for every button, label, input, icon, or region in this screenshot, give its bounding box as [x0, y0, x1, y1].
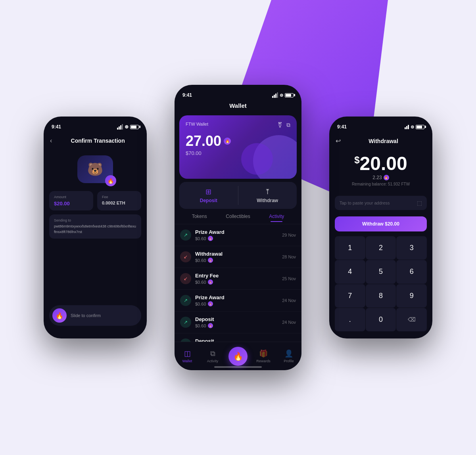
- wd-ftw-row: 2.23 🔥: [336, 175, 426, 180]
- activity-title-6: Deposit: [195, 338, 292, 342]
- activity-nav-label: Activity: [207, 359, 219, 363]
- main-scene: 9:41 ⊛ ‹ Confirm Transaction 🐻 🔥: [20, 33, 456, 422]
- activity-item-6[interactable]: ↗ Deposit $0.60 🔥: [175, 333, 301, 342]
- key-9[interactable]: 9: [396, 284, 427, 308]
- withdraw-submit-button[interactable]: Withdraw $20.00: [335, 216, 427, 231]
- profile-nav-label: Profile: [284, 359, 294, 363]
- wd-address-placeholder: Tap to paste your address: [340, 201, 390, 205]
- withdraw-icon: ⤒: [265, 187, 271, 196]
- sending-address: pwt86m9mtxywxxfs8etmfxest438 c9tn69txf6l…: [54, 224, 136, 235]
- activity-date-2: 28 Nov: [282, 254, 296, 259]
- wallet-card: FTW Wallet ⚧ ⧉ 27.00 🔥 $70.00: [179, 115, 297, 179]
- status-time-right: 9:41: [337, 124, 347, 130]
- key-5[interactable]: 5: [366, 260, 396, 283]
- wallet-amount-value: 27.00: [186, 133, 221, 149]
- activity-list: ↗ Prize Award $0.60 🔥 29 Nov ↙ Withdrawa…: [175, 224, 301, 342]
- phone-notch-center: [214, 85, 262, 96]
- tab-collectibles[interactable]: Collectibles: [219, 211, 256, 222]
- rewards-nav-label: Rewards: [256, 359, 271, 363]
- wallet-nav-icon: ◫: [184, 349, 191, 358]
- activity-amount-2: $0.60 🔥: [195, 258, 278, 263]
- fee-value: 0.0002 ETH: [102, 201, 136, 205]
- wd-remaining: Remaining balance: 51.932 FTW: [336, 182, 426, 186]
- activity-amount-1: $0.60 🔥: [195, 236, 278, 241]
- activity-info-2: Withdrawal $0.60 🔥: [195, 251, 278, 263]
- key-2[interactable]: 2: [366, 236, 396, 260]
- confirm-illustration: 🐻 🔥: [44, 147, 147, 191]
- activity-info-5: Deposit $0.60 🔥: [195, 316, 278, 328]
- key-7[interactable]: 7: [335, 284, 365, 308]
- tab-bar: Tokens Collectibles Activity: [175, 209, 301, 224]
- nav-fab-center[interactable]: 🔥: [225, 347, 251, 366]
- phone-notch-right: [355, 117, 407, 128]
- activity-amount-4: $0.60 🔥: [195, 301, 278, 306]
- activity-date-3: 25 Nov: [282, 276, 296, 281]
- key-0[interactable]: 0: [366, 308, 396, 331]
- arrow-up-icon-6: ↗: [180, 338, 191, 342]
- nav-activity[interactable]: ⧉ Activity: [200, 350, 225, 363]
- confirm-badge: 🔥: [105, 175, 116, 186]
- phone-withdrawal: 9:41 ⊜ ↩ Withdrawal $20.00 2.23 🔥: [329, 117, 432, 338]
- wd-ftw-icon: 🔥: [384, 175, 389, 180]
- activity-item-5[interactable]: ↗ Deposit $0.60 🔥 24 Nov: [175, 312, 301, 333]
- activity-date-5: 24 Nov: [282, 320, 296, 325]
- ftw-icon-4: 🔥: [208, 301, 213, 306]
- wifi-icon-center: ⊜: [280, 93, 283, 98]
- sending-box: Sending to pwt86m9mtxywxxfs8etmfxest438 …: [49, 214, 141, 239]
- gender-icon[interactable]: ⚧: [278, 122, 282, 128]
- activity-item-1[interactable]: ↗ Prize Award $0.60 🔥 29 Nov: [175, 224, 301, 246]
- key-1[interactable]: 1: [335, 236, 365, 260]
- arrow-down-icon-2: ↙: [180, 251, 191, 262]
- phone-wallet: 9:41 ⊜ Wallet FTW Wallet ⚧ ⧉ 27.00: [175, 85, 301, 370]
- key-delete[interactable]: ⌫: [396, 308, 427, 331]
- battery-right: [416, 125, 424, 129]
- activity-item-3[interactable]: ↙ Entry Fee $0.60 🔥 25 Nov: [175, 268, 301, 290]
- deposit-label: Deposit: [200, 198, 217, 203]
- activity-nav-icon: ⧉: [210, 350, 215, 358]
- nav-profile[interactable]: 👤 Profile: [276, 349, 301, 363]
- arrow-up-icon-1: ↗: [180, 229, 191, 241]
- ftw-icon-3: 🔥: [208, 279, 213, 285]
- confirm-amount-cell: Amount $20.00: [49, 191, 93, 210]
- key-4[interactable]: 4: [335, 260, 365, 283]
- phone-notch-left: [69, 117, 121, 128]
- ftw-icon-1: 🔥: [208, 236, 213, 241]
- wifi-icon-left: ⊛: [125, 124, 129, 130]
- activity-title-2: Withdrawal: [195, 251, 278, 257]
- tab-tokens[interactable]: Tokens: [181, 211, 218, 222]
- key-6[interactable]: 6: [396, 260, 427, 283]
- bottom-nav: ◫ Wallet ⧉ Activity 🔥 🎁 Rewards 👤 Profil…: [175, 342, 301, 370]
- wallet-card-label: FTW Wallet: [186, 122, 290, 126]
- back-button[interactable]: ‹: [50, 137, 52, 144]
- arrow-up-icon-4: ↗: [180, 295, 191, 306]
- fab-button[interactable]: 🔥: [228, 347, 248, 366]
- confirm-amounts-row: Amount $20.00 Fee 0.0002 ETH: [49, 191, 141, 210]
- withdrawal-back-button[interactable]: ↩: [336, 137, 341, 145]
- confirm-title: Confirm Transaction: [55, 138, 140, 144]
- nav-rewards[interactable]: 🎁 Rewards: [251, 349, 276, 363]
- wallet-screen-title: Wallet: [175, 102, 301, 112]
- key-3[interactable]: 3: [396, 236, 427, 260]
- arrow-down-icon-3: ↙: [180, 273, 191, 284]
- nav-wallet[interactable]: ◫ Wallet: [175, 349, 200, 363]
- wallet-card-icons: ⚧ ⧉: [278, 122, 290, 128]
- phone-confirm-transaction: 9:41 ⊛ ‹ Confirm Transaction 🐻 🔥: [44, 117, 147, 338]
- withdrawal-amount-display: $20.00: [336, 154, 426, 173]
- wd-address-input[interactable]: Tap to paste your address ⬚: [335, 196, 427, 210]
- tab-activity[interactable]: Activity: [258, 211, 295, 222]
- withdrawal-title: Withdrawal: [341, 138, 426, 144]
- amount-label: Amount: [54, 195, 88, 199]
- deposit-button[interactable]: ⊞ Deposit: [179, 182, 238, 209]
- withdraw-button[interactable]: ⤒ Withdraw: [238, 182, 297, 209]
- activity-info-4: Prize Award $0.60 🔥: [195, 294, 278, 306]
- key-dot[interactable]: .: [335, 308, 365, 331]
- activity-item-2[interactable]: ↙ Withdrawal $0.60 🔥 28 Nov: [175, 246, 301, 268]
- activity-item-4[interactable]: ↗ Prize Award $0.60 🔥 24 Nov: [175, 290, 301, 312]
- fee-label: Fee: [102, 195, 136, 199]
- key-8[interactable]: 8: [366, 284, 396, 308]
- ftw-icon-5: 🔥: [208, 323, 213, 328]
- paste-icon: ⬚: [417, 200, 422, 206]
- slide-confirm[interactable]: 🔥 Slide to confirm: [49, 305, 141, 326]
- copy-icon[interactable]: ⧉: [286, 122, 290, 128]
- confirm-fee-cell: Fee 0.0002 ETH: [97, 191, 141, 210]
